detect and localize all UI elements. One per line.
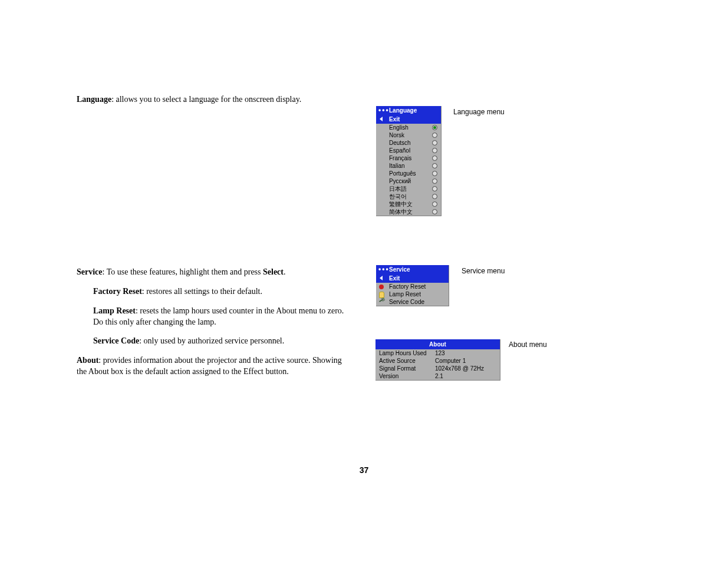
- language-heading: Language: [77, 95, 111, 104]
- about-heading: About: [77, 356, 98, 365]
- about-title: About: [375, 339, 500, 349]
- service-item-label: Service Code: [389, 299, 424, 305]
- language-option-francais[interactable]: Français: [376, 154, 441, 162]
- reset-icon: [379, 285, 384, 289]
- radio-icon: [432, 148, 437, 153]
- language-label: Deutsch: [389, 140, 411, 146]
- language-option-english[interactable]: English: [376, 124, 441, 131]
- language-menu-title-text: Language: [389, 107, 417, 114]
- page-number: 37: [0, 465, 728, 475]
- about-value: 123: [435, 349, 496, 357]
- service-desc-c: .: [284, 267, 286, 276]
- language-option-simp-chinese[interactable]: 简体中文: [376, 208, 441, 216]
- language-option-deutsch[interactable]: Deutsch: [376, 139, 441, 147]
- service-heading: Service: [77, 267, 103, 276]
- about-desc: : provides information about the project…: [77, 356, 342, 376]
- dots-icon: •••: [378, 265, 390, 273]
- service-menu-caption: Service menu: [462, 267, 505, 275]
- radio-icon: [432, 163, 437, 168]
- language-label: Português: [389, 170, 416, 177]
- about-value: Computer 1: [435, 357, 496, 365]
- service-item-label: Lamp Reset: [389, 291, 421, 297]
- language-label: 繁體中文: [389, 201, 413, 207]
- radio-icon: [432, 209, 437, 214]
- service-menu: ••• Service Exit Factory Reset Lamp Rese…: [376, 265, 449, 306]
- factory-reset-desc: : restores all settings to their default…: [142, 287, 262, 296]
- language-desc: : allows you to select a language for th…: [111, 95, 301, 104]
- language-label: English: [389, 124, 409, 131]
- radio-icon: [432, 171, 437, 176]
- service-desc-a: : To use these features, highlight them …: [103, 267, 263, 276]
- about-box-caption: About menu: [509, 340, 547, 349]
- about-row-lamp-hours: Lamp Hours Used 123: [375, 349, 500, 357]
- about-key: Version: [379, 372, 435, 380]
- radio-icon: [432, 194, 437, 199]
- dots-icon: •••: [378, 106, 390, 114]
- language-option-russian[interactable]: Русский: [376, 177, 441, 185]
- back-arrow-icon: [380, 276, 383, 280]
- radio-icon: [432, 125, 437, 130]
- language-option-korean[interactable]: 한국어: [376, 193, 441, 200]
- language-label: Français: [389, 155, 411, 161]
- language-label: Español: [389, 147, 410, 154]
- about-key: Active Source: [379, 357, 435, 365]
- service-menu-title: ••• Service: [376, 265, 449, 275]
- language-option-portugues[interactable]: Português: [376, 170, 441, 177]
- service-code-heading: Service Code: [93, 336, 139, 345]
- body-text: Language: allows you to select a languag…: [77, 94, 354, 386]
- factory-reset-heading: Factory Reset: [93, 287, 142, 296]
- about-row-signal-format: Signal Format 1024x768 @ 72Hz: [375, 365, 500, 372]
- language-label: 简体中文: [389, 209, 413, 215]
- service-code[interactable]: Service Code: [376, 298, 449, 306]
- radio-icon: [432, 156, 437, 161]
- language-menu-caption: Language menu: [453, 108, 505, 116]
- radio-icon: [432, 186, 437, 191]
- radio-icon: [432, 133, 437, 138]
- language-option-italian[interactable]: Italian: [376, 162, 441, 170]
- exit-label: Exit: [389, 275, 400, 282]
- about-key: Lamp Hours Used: [379, 349, 435, 357]
- about-value: 2.1: [435, 372, 496, 380]
- about-row-active-source: Active Source Computer 1: [375, 357, 500, 365]
- service-factory-reset[interactable]: Factory Reset: [376, 283, 449, 290]
- lamp-reset-heading: Lamp Reset: [93, 306, 136, 315]
- wrench-icon: [379, 299, 384, 302]
- language-option-trad-chinese[interactable]: 繁體中文: [376, 200, 441, 208]
- service-desc-b: Select: [263, 267, 284, 276]
- language-label: Italian: [389, 163, 405, 169]
- language-menu-title: ••• Language: [376, 106, 441, 115]
- radio-icon: [432, 178, 437, 184]
- service-item-label: Factory Reset: [389, 283, 426, 290]
- about-row-version: Version 2.1: [375, 372, 500, 380]
- back-arrow-icon: [380, 117, 383, 121]
- language-option-norsk[interactable]: Norsk: [376, 131, 441, 139]
- language-option-espanol[interactable]: Español: [376, 147, 441, 154]
- language-label: Русский: [389, 178, 411, 184]
- exit-label: Exit: [389, 116, 400, 123]
- service-code-desc: : only used by authorized service person…: [139, 336, 284, 345]
- service-lamp-reset[interactable]: Lamp Reset: [376, 290, 449, 298]
- about-key: Signal Format: [379, 365, 435, 372]
- about-box: About Lamp Hours Used 123 Active Source …: [375, 339, 500, 381]
- about-value: 1024x768 @ 72Hz: [435, 365, 496, 372]
- language-menu-exit[interactable]: Exit: [376, 115, 441, 124]
- language-label: Norsk: [389, 132, 404, 138]
- language-label: 日本語: [389, 186, 407, 192]
- language-label: 한국어: [389, 193, 407, 200]
- language-menu: ••• Language Exit English Norsk Deutsch …: [376, 106, 442, 216]
- service-menu-title-text: Service: [389, 266, 410, 273]
- language-option-japanese[interactable]: 日本語: [376, 185, 441, 193]
- service-menu-exit[interactable]: Exit: [376, 275, 449, 283]
- radio-icon: [432, 201, 437, 207]
- radio-icon: [432, 140, 437, 146]
